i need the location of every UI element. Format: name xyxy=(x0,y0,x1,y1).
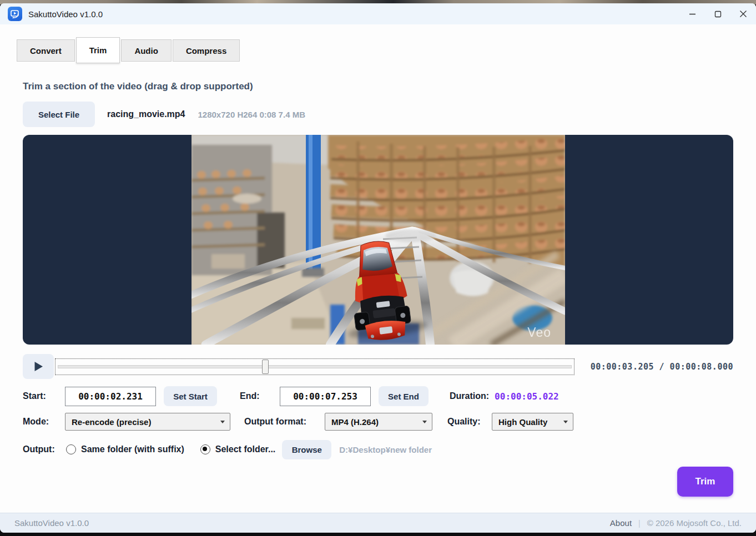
footer-app-version: SakuttoVideo v1.0.0 xyxy=(14,518,89,528)
video-preview-panel: Veo xyxy=(23,135,733,345)
duration-value: 00:00:05.022 xyxy=(495,391,559,402)
tab-trim[interactable]: Trim xyxy=(76,37,120,63)
output-format-label: Output format: xyxy=(244,417,325,427)
tab-compress[interactable]: Compress xyxy=(173,39,240,62)
chevron-down-icon xyxy=(220,421,225,423)
browse-button[interactable]: Browse xyxy=(282,440,331,459)
tab-bar: Convert Trim Audio Compress xyxy=(17,37,241,63)
play-button[interactable] xyxy=(23,354,54,379)
maximize-button[interactable] xyxy=(705,3,730,24)
minimize-button[interactable] xyxy=(679,3,705,24)
output-row: Output: Same folder (with suffix) Select… xyxy=(23,439,733,459)
title-bar: SakuttoVideo v1.0.0 xyxy=(0,3,756,24)
section-heading: Trim a section of the video (drag & drop… xyxy=(23,81,253,92)
output-label: Output: xyxy=(23,444,66,454)
file-row: Select File racing_movie.mp4 1280x720 H2… xyxy=(23,102,305,127)
radio-circle-icon[interactable] xyxy=(66,444,76,454)
about-link[interactable]: About xyxy=(610,518,632,528)
status-bar: SakuttoVideo v1.0.0 About | © 2026 Mojos… xyxy=(0,513,756,533)
range-row: Start: Set Start End: Set End Duration: … xyxy=(23,386,733,406)
radio-select-folder-label: Select folder... xyxy=(215,444,275,454)
player-controls: 00:00:03.205 / 00:00:08.000 xyxy=(23,354,733,379)
options-row: Mode: Re-encode (precise) Output format:… xyxy=(23,413,733,431)
chevron-down-icon xyxy=(563,421,568,423)
seek-thumb[interactable] xyxy=(262,360,269,374)
radio-same-folder[interactable]: Same folder (with suffix) xyxy=(66,444,184,454)
trim-button[interactable]: Trim xyxy=(677,467,733,497)
seek-slider[interactable] xyxy=(55,358,574,375)
duration-label: Duration: xyxy=(450,391,489,401)
time-display: 00:00:03.205 / 00:00:08.000 xyxy=(591,362,733,372)
app-window: SakuttoVideo v1.0.0 Convert Trim Audio C… xyxy=(0,3,756,533)
end-time-input[interactable] xyxy=(280,387,371,406)
end-label: End: xyxy=(240,391,280,401)
file-metadata: 1280x720 H264 0:08 7.4 MB xyxy=(198,110,305,119)
quality-value: High Quality xyxy=(498,417,547,427)
output-format-dropdown[interactable]: MP4 (H.264) xyxy=(325,413,432,431)
quality-label: Quality: xyxy=(447,417,492,427)
chevron-down-icon xyxy=(422,421,427,423)
radio-select-folder[interactable]: Select folder... xyxy=(200,444,275,454)
mode-value: Re-encode (precise) xyxy=(72,417,151,427)
footer-copyright: © 2026 Mojosoft Co., Ltd. xyxy=(647,518,742,528)
set-start-button[interactable]: Set Start xyxy=(164,386,217,406)
start-time-input[interactable] xyxy=(65,387,156,406)
output-format-value: MP4 (H.264) xyxy=(331,417,379,427)
radio-circle-icon[interactable] xyxy=(200,444,210,454)
file-name: racing_movie.mp4 xyxy=(107,109,185,119)
tab-audio[interactable]: Audio xyxy=(121,39,172,62)
close-button[interactable] xyxy=(730,3,756,24)
play-icon xyxy=(34,361,43,372)
tab-convert[interactable]: Convert xyxy=(17,39,75,62)
app-logo-icon xyxy=(8,7,22,21)
seek-track xyxy=(58,365,572,368)
start-label: Start: xyxy=(23,391,65,401)
footer-divider: | xyxy=(638,519,641,528)
radio-same-folder-label: Same folder (with suffix) xyxy=(81,444,184,454)
output-path: D:¥Desktop¥new folder xyxy=(339,445,432,454)
mode-dropdown[interactable]: Re-encode (precise) xyxy=(65,413,230,431)
veo-watermark: Veo xyxy=(527,325,551,340)
select-file-button[interactable]: Select File xyxy=(23,102,95,127)
quality-dropdown[interactable]: High Quality xyxy=(492,413,573,431)
window-title: SakuttoVideo v1.0.0 xyxy=(28,9,103,19)
video-frame: Veo xyxy=(191,135,565,345)
set-end-button[interactable]: Set End xyxy=(379,386,429,406)
mode-label: Mode: xyxy=(23,417,65,427)
